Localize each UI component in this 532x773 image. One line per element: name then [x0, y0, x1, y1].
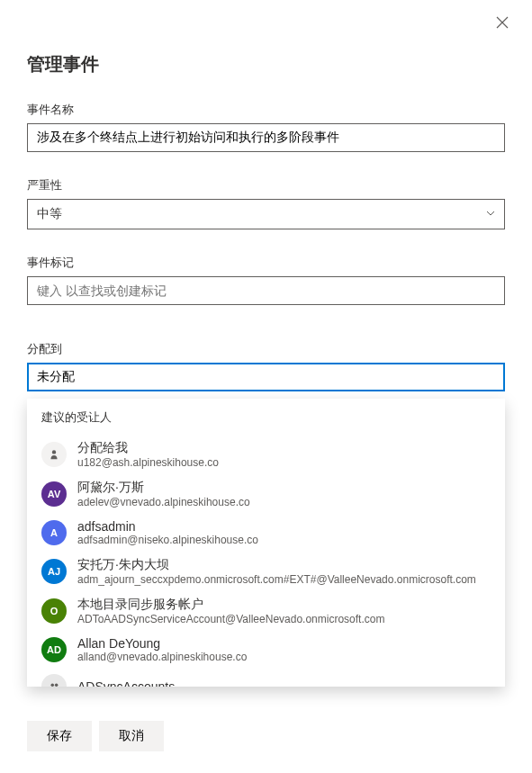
person-email: adm_ajourn_seccxpdemo.onmicrosoft.com#EX… — [77, 573, 476, 586]
assign-input[interactable] — [27, 363, 505, 391]
panel-title: 管理事件 — [27, 52, 505, 76]
suggestion-item[interactable]: AJ安托万·朱内大坝adm_ajourn_seccxpdemo.onmicros… — [27, 552, 505, 591]
svg-point-1 — [51, 684, 55, 688]
person-email: ADToAADSyncServiceAccount@ValleeNevado.o… — [77, 613, 384, 625]
suggestion-item[interactable]: ADAllan DeYoungalland@vnevado.alpineskih… — [27, 631, 505, 669]
person-email: alland@vnevado.alpineskihouse.co — [77, 651, 247, 663]
person-name: 阿黛尔·万斯 — [77, 480, 250, 496]
person-name: 本地目录同步服务帐户 — [77, 597, 384, 613]
person-email: adfsadmin@niseko.alpineskihouse.co — [77, 534, 258, 546]
severity-value: 中等 — [27, 199, 505, 229]
person-email: adelev@vnevado.alpineskihouse.co — [77, 496, 250, 508]
footer-actions: 保存 取消 — [27, 721, 164, 751]
svg-point-0 — [52, 450, 56, 454]
avatar: AD — [41, 637, 67, 662]
suggestion-item[interactable]: Aadfsadminadfsadmin@niseko.alpineskihous… — [27, 514, 505, 552]
suggestion-item[interactable]: AV阿黛尔·万斯adelev@vnevado.alpineskihouse.co — [27, 474, 505, 514]
avatar: AJ — [41, 559, 67, 584]
assign-label: 分配到 — [27, 341, 505, 357]
person-name: adfsadmin — [77, 519, 258, 534]
avatar: A — [41, 520, 67, 545]
suggestions-header: 建议的受让人 — [27, 409, 505, 435]
suggestions-list[interactable]: 分配给我u182@ash.alpineskihouse.coAV阿黛尔·万斯ad… — [27, 435, 505, 687]
avatar: O — [41, 598, 67, 624]
suggestion-item[interactable]: ADSyncAccounts — [27, 669, 505, 687]
person-email: u182@ash.alpineskihouse.co — [77, 456, 219, 469]
person-name: 分配给我 — [77, 440, 219, 456]
cancel-button[interactable]: 取消 — [99, 721, 164, 751]
svg-point-2 — [55, 684, 59, 688]
avatar: AV — [41, 481, 67, 507]
person-name: 安托万·朱内大坝 — [77, 557, 476, 573]
suggestion-item[interactable]: O本地目录同步服务帐户ADToAADSyncServiceAccount@Val… — [27, 591, 505, 631]
person-name: Allan DeYoung — [77, 636, 247, 651]
tags-label: 事件标记 — [27, 255, 505, 271]
severity-select[interactable]: 中等 — [27, 199, 505, 229]
tags-input[interactable] — [27, 276, 505, 305]
suggestion-item[interactable]: 分配给我u182@ash.alpineskihouse.co — [27, 435, 505, 474]
person-name: ADSyncAccounts — [77, 679, 175, 687]
severity-label: 严重性 — [27, 177, 505, 193]
incident-name-label: 事件名称 — [27, 102, 505, 118]
assign-suggestions-dropdown: 建议的受让人 分配给我u182@ash.alpineskihouse.coAV阿… — [27, 399, 505, 687]
avatar — [41, 674, 67, 687]
avatar — [41, 442, 67, 467]
incident-name-input[interactable] — [27, 123, 505, 152]
close-button[interactable] — [496, 16, 512, 32]
save-button[interactable]: 保存 — [27, 721, 92, 751]
